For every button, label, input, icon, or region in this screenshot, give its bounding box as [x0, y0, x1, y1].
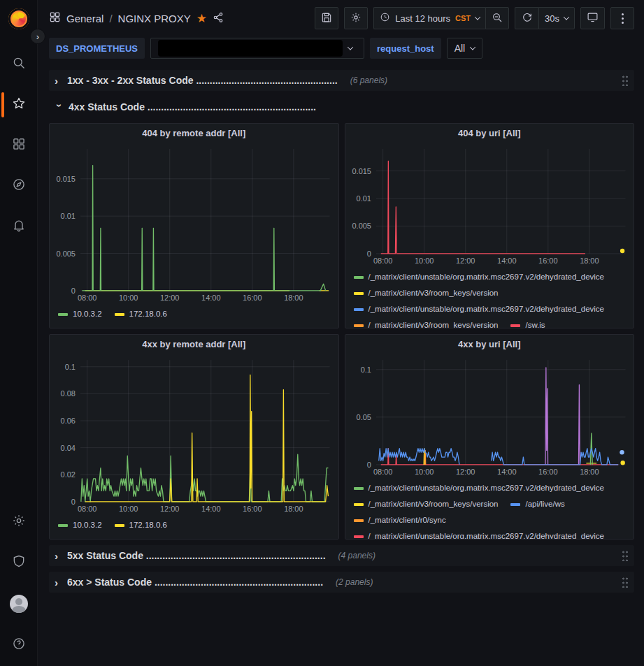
- request-host-variable-value: All: [455, 43, 466, 54]
- sidebar-item-starred[interactable]: [0, 94, 37, 116]
- grafana-app: ›: [0, 0, 644, 666]
- more-options-button[interactable]: [610, 7, 634, 29]
- panel-row-4xx: 4xx by remote addr [All] 08:0010:0012:00…: [49, 334, 634, 540]
- row-header-5xx[interactable]: › 5xx Status Code ......................…: [49, 545, 634, 566]
- breadcrumb-section[interactable]: General: [66, 13, 103, 24]
- svg-text:14:00: 14:00: [497, 256, 516, 265]
- legend-item[interactable]: /_matrix/client/unstable/org.matrix.msc2…: [354, 528, 605, 539]
- legend-item[interactable]: /_matrix/client/unstable/org.matrix.msc2…: [354, 480, 605, 496]
- legend-item[interactable]: /_matrix/client/v3/room_keys/version: [354, 285, 499, 301]
- row-drag-handle[interactable]: [622, 550, 629, 561]
- panel-title[interactable]: 404 by uri [All]: [345, 124, 634, 142]
- search-icon: [12, 56, 26, 73]
- svg-text:16:00: 16:00: [243, 294, 262, 302]
- request-host-variable-select[interactable]: All: [447, 38, 483, 59]
- svg-text:0.08: 0.08: [61, 389, 76, 398]
- grafana-logo[interactable]: [8, 8, 29, 29]
- row-header-1xx-3xx-2xx[interactable]: › 1xx - 3xx - 2xx Status Code ..........…: [49, 70, 634, 91]
- svg-text:08:00: 08:00: [78, 505, 96, 513]
- gear-icon: [350, 12, 362, 25]
- svg-text:14:00: 14:00: [201, 505, 220, 513]
- sidebar-item-alerting[interactable]: [0, 215, 37, 238]
- legend-item[interactable]: 172.18.0.6: [115, 306, 167, 322]
- save-dashboard-button[interactable]: [315, 7, 338, 29]
- panel-title[interactable]: 404 by remote addr [All]: [50, 124, 338, 142]
- breadcrumb-dashboard-title[interactable]: NGINX PROXY: [118, 13, 191, 24]
- svg-text:0.06: 0.06: [61, 417, 76, 425]
- datasource-variable-select[interactable]: [150, 38, 364, 59]
- legend-item[interactable]: /sw.js: [510, 317, 545, 328]
- svg-text:14:00: 14:00: [201, 294, 220, 302]
- svg-text:12:00: 12:00: [456, 468, 475, 476]
- legend-item[interactable]: /_matrix/client/unstable/org.matrix.msc2…: [354, 301, 605, 317]
- svg-text:16:00: 16:00: [538, 256, 557, 265]
- sidebar-item-configuration[interactable]: [10, 511, 28, 533]
- legend-item[interactable]: 10.0.3.2: [58, 517, 102, 533]
- sidebar-item-explore[interactable]: [0, 175, 37, 197]
- svg-text:0.1: 0.1: [65, 363, 76, 371]
- tv-mode-button[interactable]: [580, 7, 605, 29]
- legend-label: /api/live/ws: [525, 496, 564, 512]
- shield-icon: [12, 554, 26, 571]
- sidebar-item-dashboards[interactable]: [0, 134, 37, 157]
- row-drag-handle[interactable]: [622, 75, 629, 86]
- legend-item[interactable]: /api/live/ws: [510, 496, 564, 512]
- legend-label: 10.0.3.2: [73, 306, 102, 322]
- svg-text:0.01: 0.01: [356, 194, 371, 203]
- svg-text:0.04: 0.04: [61, 444, 76, 452]
- svg-text:0.01: 0.01: [61, 212, 76, 220]
- legend-label: /_matrix/client/v3/room_keys/version: [368, 496, 499, 512]
- legend-label: 172.18.0.6: [129, 306, 167, 322]
- time-range-zoom-out-button[interactable]: [485, 7, 509, 29]
- favorite-star-icon[interactable]: ★: [196, 11, 207, 26]
- chart-legend: 10.0.3.2172.18.0.6: [50, 516, 338, 539]
- panel-404-by-uri: 404 by uri [All] 08:0010:0012:0014:0016:…: [345, 123, 635, 328]
- svg-text:10:00: 10:00: [414, 256, 433, 265]
- share-icon[interactable]: [213, 12, 224, 25]
- panel-title[interactable]: 4xx by uri [All]: [345, 335, 634, 353]
- legend-label: /_matrix/client/v3/room_keys/version: [368, 285, 499, 301]
- panel-4xx-by-uri: 4xx by uri [All] 08:0010:0012:0014:0016:…: [345, 334, 635, 540]
- dashboard-settings-button[interactable]: [344, 7, 368, 29]
- svg-text:12:00: 12:00: [160, 505, 179, 513]
- refresh-icon: [522, 12, 533, 25]
- svg-text:12:00: 12:00: [456, 256, 475, 265]
- save-icon: [321, 12, 332, 25]
- legend-label: /_matrix/client/unstable/org.matrix.msc2…: [368, 301, 605, 317]
- chevron-right-icon: ›: [55, 577, 62, 588]
- legend-label: /_matrix/client/unstable/org.matrix.msc2…: [368, 269, 605, 285]
- datasource-variable-label[interactable]: DS_PROMETHEUS: [49, 38, 145, 59]
- sidebar-item-server-admin[interactable]: [10, 551, 28, 574]
- legend-label: 172.18.0.6: [129, 517, 167, 533]
- sidebar-item-help[interactable]: [10, 634, 28, 656]
- panel-row-404: 404 by remote addr [All] 08:0010:0012:00…: [49, 123, 634, 328]
- refresh-button[interactable]: [515, 7, 538, 29]
- refresh-interval-dropdown[interactable]: 30s: [538, 7, 575, 29]
- sidebar-expand-button[interactable]: ›: [30, 29, 45, 44]
- row-drag-handle[interactable]: [622, 577, 629, 588]
- legend-swatch: [354, 535, 364, 538]
- svg-text:0: 0: [366, 249, 371, 258]
- row-title: 4xx Status Code ........................…: [69, 101, 316, 113]
- svg-text:16:00: 16:00: [538, 468, 557, 476]
- chevron-down-icon: [348, 44, 353, 50]
- legend-item[interactable]: /_matrix/client/v3/room_keys/version: [354, 496, 499, 512]
- legend-item[interactable]: 10.0.3.2: [58, 306, 102, 322]
- legend-item[interactable]: /_matrix/client/r0/sync: [354, 512, 446, 528]
- svg-text:08:00: 08:00: [373, 468, 392, 476]
- sidebar-item-search[interactable]: [0, 53, 37, 75]
- legend-item[interactable]: /_matrix/client/v3/room_keys/version: [354, 317, 499, 328]
- time-range-picker[interactable]: Last 12 hours CST: [373, 7, 485, 29]
- dashboards-grid-icon: [49, 11, 61, 25]
- legend-item[interactable]: 172.18.0.6: [115, 517, 167, 533]
- legend-swatch: [58, 524, 68, 527]
- legend-item[interactable]: /_matrix/client/unstable/org.matrix.msc2…: [354, 269, 605, 285]
- panel-title[interactable]: 4xx by remote addr [All]: [50, 335, 338, 353]
- legend-label: /sw.js: [525, 317, 545, 328]
- chevron-down-icon: [564, 14, 569, 20]
- row-header-6xx[interactable]: › 6xx > Status Code ....................…: [49, 572, 634, 593]
- legend-label: /_matrix/client/v3/room_keys/version: [368, 317, 499, 328]
- sidebar-item-profile[interactable]: [10, 592, 28, 616]
- request-host-variable-label[interactable]: request_host: [370, 38, 441, 59]
- row-header-4xx[interactable]: › 4xx Status Code ......................…: [49, 96, 634, 117]
